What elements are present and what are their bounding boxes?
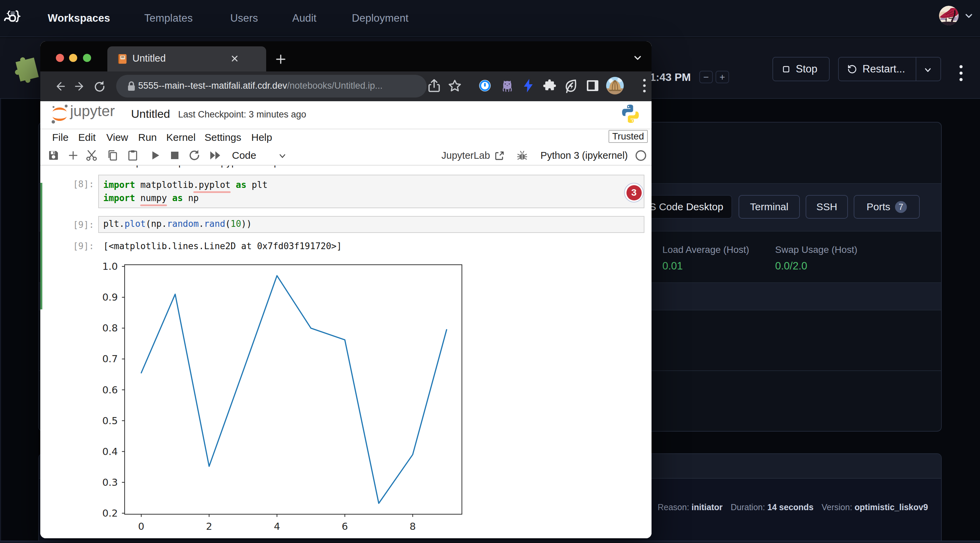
jupyter-toolbar: Code JupyterLab Python 3 (ipykernel) (40, 146, 652, 165)
svg-text:0.6: 0.6 (102, 384, 118, 396)
run-all-icon[interactable] (209, 150, 221, 162)
notebook-area: import matplotlib.pyplot as plt [8]: imp… (40, 165, 652, 538)
account-chevron-icon[interactable] (964, 12, 973, 21)
app-terminal-button[interactable]: Terminal (738, 195, 800, 219)
reload-icon[interactable] (93, 79, 106, 94)
restart-options-chevron-icon[interactable] (923, 66, 933, 75)
version-label: Version: (821, 502, 852, 512)
user-avatar[interactable] (939, 6, 959, 25)
debugger-bug-icon[interactable] (517, 150, 528, 161)
menu-settings[interactable]: Settings (205, 129, 241, 146)
reason-label: Reason: (658, 502, 689, 512)
back-icon[interactable] (54, 80, 67, 94)
notebook-title[interactable]: Untitled (131, 107, 170, 121)
matplotlib-figure: 0.20.30.40.50.60.70.80.91.002468 (91, 257, 484, 538)
forward-icon[interactable] (73, 80, 86, 94)
share-icon[interactable] (427, 79, 441, 95)
svg-text:0.7: 0.7 (102, 353, 118, 365)
kernel-name[interactable]: Python 3 (ipykernel) (541, 150, 628, 161)
jupyterlab-link[interactable]: JupyterLab (442, 150, 490, 161)
tab-close-icon[interactable] (229, 53, 240, 65)
cell8-run-badge: 3 (624, 183, 644, 202)
tab-search-chevron-icon[interactable] (632, 53, 643, 64)
menu-file[interactable]: File (52, 129, 68, 146)
ext-sidepanel-icon[interactable] (586, 79, 599, 93)
workspace-kebab-menu[interactable] (957, 64, 965, 83)
interrupt-icon[interactable] (170, 151, 180, 162)
ports-button-label: Ports (867, 201, 890, 213)
cell8-prompt: [8]: (57, 179, 94, 189)
nav-item-workspaces[interactable]: Workspaces (48, 0, 110, 37)
stat-label: Load Average (Host) (662, 245, 749, 255)
ext-lightning-icon[interactable] (522, 78, 535, 94)
version-value: optimistic_liskov9 (855, 502, 928, 512)
restart-kernel-icon[interactable] (189, 150, 201, 162)
vscode-button-label: VS Code Desktop (643, 201, 723, 213)
new-tab-button[interactable] (274, 52, 288, 67)
browser-tab[interactable]: Untitled (107, 46, 266, 71)
url-bar[interactable]: 5555--main--test--matifali.atif.cdr.dev/… (116, 75, 427, 97)
copy-icon[interactable] (107, 150, 118, 162)
menu-edit[interactable]: Edit (78, 129, 96, 146)
kernel-status-icon[interactable] (635, 150, 646, 161)
restart-workspace-button[interactable]: Restart... (862, 63, 905, 75)
stop-workspace-button[interactable]: Stop (772, 57, 830, 81)
schedule-minus-button[interactable]: − (699, 71, 713, 83)
schedule-plus-button[interactable]: + (716, 71, 729, 83)
app-ssh-button[interactable]: SSH (806, 195, 848, 219)
nav-item-audit[interactable]: Audit (292, 0, 317, 37)
python-logo (620, 103, 641, 125)
nav-item-deployment[interactable]: Deployment (352, 0, 408, 37)
ext-puzzle-icon[interactable] (543, 79, 556, 94)
trusted-badge[interactable]: Trusted (609, 130, 648, 143)
jupyter-logo[interactable] (50, 103, 69, 127)
tab-title: Untitled (132, 53, 165, 64)
ext-energy-leaf-icon[interactable] (563, 78, 578, 94)
save-icon[interactable] (48, 150, 59, 162)
svg-text:4: 4 (274, 521, 280, 532)
out9-prompt: [9]: (57, 241, 94, 251)
menu-kernel[interactable]: Kernel (166, 129, 196, 146)
app-ports-button[interactable]: Ports 7 (854, 195, 920, 219)
svg-text:0.4: 0.4 (102, 446, 118, 457)
stat-swap-usage: Swap Usage (Host) 0.0/2.0 (775, 245, 858, 272)
svg-text:8: 8 (409, 521, 415, 532)
cell-type-chevron-icon[interactable] (277, 152, 288, 162)
menu-help[interactable]: Help (251, 129, 272, 146)
browser-kebab-menu[interactable] (641, 78, 648, 94)
macos-close-button[interactable] (56, 54, 64, 62)
ext-1password-icon[interactable] (479, 79, 491, 93)
browser-window: Untitled 5555--main--test--matifali.atif… (40, 41, 652, 538)
restart-icon (847, 64, 857, 74)
cell-type-select[interactable]: Code (232, 150, 256, 161)
cut-icon[interactable] (86, 150, 99, 162)
menu-view[interactable]: View (106, 129, 128, 146)
svg-text:2: 2 (206, 521, 212, 532)
paste-icon[interactable] (127, 150, 138, 162)
coder-logo[interactable] (4, 10, 21, 25)
left-edge-line (0, 99, 1, 543)
browser-profile-avatar[interactable] (606, 77, 624, 96)
ports-count-badge: 7 (895, 201, 907, 213)
svg-text:0.2: 0.2 (102, 508, 118, 519)
desktop-puzzle-icon[interactable] (12, 54, 40, 85)
external-link-icon[interactable] (495, 151, 504, 161)
cell8-input[interactable]: import matplotlib.pyplot as pltimport nu… (98, 175, 644, 208)
macos-minimize-button[interactable] (69, 54, 77, 62)
menu-run[interactable]: Run (138, 129, 157, 146)
add-cell-icon[interactable] (67, 150, 79, 162)
nav-item-templates[interactable]: Templates (144, 0, 192, 37)
macos-zoom-button[interactable] (83, 54, 91, 62)
svg-text:0.8: 0.8 (102, 322, 118, 334)
run-icon[interactable] (150, 150, 161, 162)
browser-addressbar: 5555--main--test--matifali.atif.cdr.dev/… (40, 71, 652, 101)
stat-label: Swap Usage (Host) (775, 245, 858, 255)
selected-cell-bar (40, 183, 42, 310)
cell9-input[interactable]: plt.plot(np.random.rand(10)) (98, 216, 644, 233)
ext-github-icon[interactable] (501, 79, 514, 94)
nav-item-users[interactable]: Users (230, 0, 258, 37)
jupyter-header: jupyter Untitled Last Checkpoint: 3 minu… (40, 101, 652, 129)
bookmark-star-icon[interactable] (448, 79, 462, 94)
jupyter-wordmark: jupyter (70, 103, 115, 119)
browser-titlebar[interactable]: Untitled (40, 41, 652, 71)
